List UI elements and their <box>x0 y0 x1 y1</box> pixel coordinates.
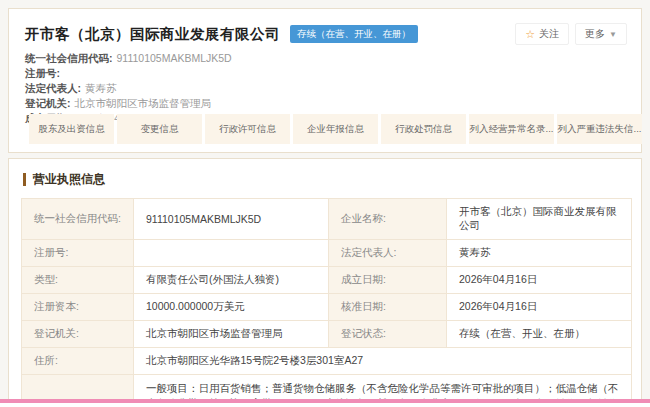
tab-annual-report[interactable]: 企业年报信息 <box>293 114 378 144</box>
star-icon: ☆ <box>525 28 535 41</box>
follow-label: 关注 <box>539 27 559 41</box>
tab-abnormal-list[interactable]: 列入经营异常名录... <box>469 114 554 144</box>
bottom-strip <box>0 403 650 407</box>
page-title: 开市客（北京）国际商业发展有限公司 <box>25 25 280 44</box>
tab-shareholders[interactable]: 股东及出资信息 <box>29 114 114 144</box>
tab-changes[interactable]: 变更信息 <box>117 114 202 144</box>
info-label: 登记机关: <box>25 97 71 109</box>
cell-value: 北京市朝阳区市场监督管理局 <box>134 321 329 348</box>
info-tabs: 股东及出资信息 变更信息 行政许可信息 企业年报信息 行政处罚信息 列入经营异常… <box>29 114 642 144</box>
chevron-down-icon: ▼ <box>609 30 617 39</box>
info-reg-number: 注册号: <box>25 66 625 81</box>
more-label: 更多 <box>585 27 605 41</box>
cell-label: 核准日期: <box>329 294 447 321</box>
license-table: 统一社会信用代码: 91110105MAKBMLJK5D 企业名称: 开市客（北… <box>21 198 632 407</box>
title-row: 开市客（北京）国际商业发展有限公司 存续（在营、开业、在册） ☆ 关注 更多 ▼ <box>9 9 641 45</box>
cell-label: 成立日期: <box>329 267 447 294</box>
tab-illegal-list[interactable]: 列入严重违法失信... <box>557 114 642 144</box>
company-header-card: 开市客（北京）国际商业发展有限公司 存续（在营、开业、在册） ☆ 关注 更多 ▼… <box>8 8 642 153</box>
tab-admin-penalty[interactable]: 行政处罚信息 <box>381 114 466 144</box>
section-bar <box>23 173 26 186</box>
cell-label: 注册资本: <box>22 294 134 321</box>
cell-value: 有限责任公司(外国法人独资) <box>134 267 329 294</box>
cell-value: 91110105MAKBMLJK5D <box>134 199 329 240</box>
cell-value: 黄寿苏 <box>447 240 632 267</box>
cell-value: 2026年04月16日 <box>447 294 632 321</box>
cell-value: 北京市朝阳区光华路15号院2号楼3层301室A27 <box>134 348 632 375</box>
cell-value: 存续（在营、开业、在册） <box>447 321 632 348</box>
cell-label: 统一社会信用代码: <box>22 199 134 240</box>
cell-label: 登记机关: <box>22 321 134 348</box>
table-row: 统一社会信用代码: 91110105MAKBMLJK5D 企业名称: 开市客（北… <box>22 199 632 240</box>
table-row: 注册资本: 10000.000000万美元 核准日期: 2026年04月16日 <box>22 294 632 321</box>
info-value: 91110105MAKBMLJK5D <box>117 52 232 64</box>
cell-label: 注册号: <box>22 240 134 267</box>
status-badge: 存续（在营、开业、在册） <box>290 25 418 43</box>
section-header: 营业执照信息 <box>23 171 641 188</box>
cell-value: 2026年04月16日 <box>447 267 632 294</box>
info-label: 注册号: <box>25 67 60 79</box>
header-actions: ☆ 关注 更多 ▼ <box>515 23 627 45</box>
cell-label: 住所: <box>22 348 134 375</box>
info-credit-code: 统一社会信用代码:91110105MAKBMLJK5D <box>25 51 625 66</box>
info-reg-authority: 登记机关:北京市朝阳区市场监督管理局 <box>25 96 625 111</box>
table-row-address: 住所: 北京市朝阳区光华路15号院2号楼3层301室A27 <box>22 348 632 375</box>
cell-value <box>134 240 329 267</box>
more-button[interactable]: 更多 ▼ <box>575 23 627 45</box>
highlight-bar <box>0 399 650 403</box>
info-label: 法定代表人: <box>25 82 81 94</box>
info-label: 统一社会信用代码: <box>25 52 113 64</box>
table-row: 注册号: 法定代表人: 黄寿苏 <box>22 240 632 267</box>
tab-admin-license[interactable]: 行政许可信息 <box>205 114 290 144</box>
cell-label: 类型: <box>22 267 134 294</box>
info-value: 黄寿苏 <box>85 82 117 94</box>
info-value: 北京市朝阳区市场监督管理局 <box>75 97 212 109</box>
section-title: 营业执照信息 <box>33 171 105 188</box>
follow-button[interactable]: ☆ 关注 <box>515 23 569 45</box>
business-license-card: 营业执照信息 统一社会信用代码: 91110105MAKBMLJK5D 企业名称… <box>8 158 642 407</box>
cell-label: 企业名称: <box>329 199 447 240</box>
table-row: 登记机关: 北京市朝阳区市场监督管理局 登记状态: 存续（在营、开业、在册） <box>22 321 632 348</box>
cell-label: 登记状态: <box>329 321 447 348</box>
info-legal-rep: 法定代表人:黄寿苏 <box>25 81 625 96</box>
cell-value: 10000.000000万美元 <box>134 294 329 321</box>
table-row: 类型: 有限责任公司(外国法人独资) 成立日期: 2026年04月16日 <box>22 267 632 294</box>
cell-label: 法定代表人: <box>329 240 447 267</box>
cell-value: 开市客（北京）国际商业发展有限公司 <box>447 199 632 240</box>
